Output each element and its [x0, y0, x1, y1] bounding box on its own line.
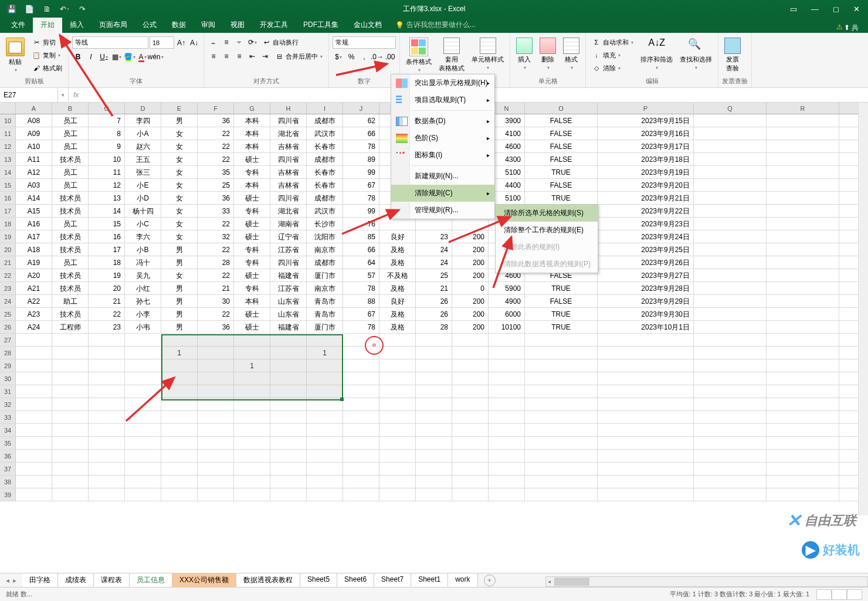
cell[interactable] [694, 140, 767, 152]
cell[interactable]: 35 [198, 166, 234, 178]
cell[interactable] [125, 463, 161, 475]
cell[interactable] [767, 450, 839, 462]
cell[interactable] [307, 437, 343, 449]
cell[interactable] [89, 347, 125, 359]
vertical-scrollbar[interactable] [858, 103, 868, 515]
cell[interactable] [307, 398, 343, 410]
row-header[interactable]: 16 [0, 192, 16, 204]
undo-icon[interactable]: ↶▾ [60, 4, 69, 13]
cell[interactable]: 青岛市 [307, 295, 343, 307]
cell[interactable] [489, 359, 525, 372]
cell[interactable]: FALSE [525, 127, 598, 140]
cell[interactable] [767, 347, 839, 359]
cell[interactable] [379, 488, 416, 501]
cell[interactable] [598, 398, 694, 410]
cell[interactable]: 22 [198, 269, 234, 281]
cell[interactable] [598, 385, 694, 398]
cell[interactable] [125, 411, 161, 423]
cell[interactable] [452, 437, 489, 449]
cell[interactable] [16, 359, 52, 372]
cell[interactable]: 南京市 [307, 282, 343, 294]
cell[interactable] [767, 385, 839, 398]
cell[interactable] [234, 385, 270, 398]
cell[interactable]: 4900 [489, 295, 525, 307]
cell[interactable] [598, 372, 694, 385]
cell[interactable]: 小李 [125, 308, 161, 320]
cell[interactable] [125, 359, 161, 372]
cell[interactable]: 78 [343, 140, 379, 152]
cell[interactable]: 南京市 [307, 243, 343, 256]
cell[interactable]: 2023年9月24日 [598, 230, 694, 243]
cell[interactable]: 女 [161, 192, 198, 204]
row-header[interactable]: 22 [0, 269, 16, 281]
row-header[interactable]: 26 [0, 321, 16, 333]
cell[interactable] [198, 411, 234, 423]
cell[interactable]: 2023年9月16日 [598, 127, 694, 140]
cell[interactable]: 小C [125, 218, 161, 230]
cell[interactable]: 女 [161, 218, 198, 230]
cell[interactable]: 36 [198, 114, 234, 127]
cell[interactable]: 专科 [234, 256, 270, 269]
cell[interactable] [89, 437, 125, 449]
cell[interactable]: 25 [198, 179, 234, 191]
cell[interactable] [525, 411, 598, 423]
tab-文件[interactable]: 文件 [4, 17, 33, 33]
cell[interactable] [452, 347, 489, 359]
cell[interactable] [89, 385, 125, 398]
cell[interactable]: 厦门市 [307, 269, 343, 281]
cell[interactable] [89, 424, 125, 436]
cell[interactable] [125, 398, 161, 410]
cell[interactable] [307, 476, 343, 488]
insert-cells-button[interactable]: 插入▾ [514, 36, 535, 72]
tab-视图[interactable]: 视图 [223, 17, 252, 33]
cell[interactable] [270, 385, 307, 398]
cell[interactable] [234, 347, 270, 359]
cell[interactable] [307, 463, 343, 475]
cell[interactable] [598, 359, 694, 372]
cell[interactable] [16, 398, 52, 410]
delete-cells-button[interactable]: 删除▾ [537, 36, 558, 72]
cell[interactable] [489, 437, 525, 449]
cell[interactable] [694, 205, 767, 217]
cell[interactable] [525, 463, 598, 475]
cell[interactable] [16, 411, 52, 423]
cell[interactable] [598, 437, 694, 449]
cell[interactable] [234, 450, 270, 462]
close-icon[interactable]: ✕ [850, 4, 863, 15]
cell[interactable] [125, 334, 161, 346]
find-select-button[interactable]: 🔍 查找和选择▾ [677, 36, 714, 72]
cell[interactable] [694, 230, 767, 243]
cell[interactable]: 湖北省 [270, 127, 307, 140]
warning-icon[interactable]: ⚠ [836, 23, 843, 33]
cell[interactable]: 男 [161, 256, 198, 269]
cell[interactable] [767, 463, 839, 475]
cell[interactable]: 长沙市 [307, 218, 343, 230]
cell[interactable] [452, 385, 489, 398]
cell[interactable]: 女 [161, 140, 198, 152]
cell[interactable] [89, 463, 125, 475]
cell[interactable] [52, 463, 89, 475]
cell[interactable]: 24 [416, 256, 452, 269]
cell[interactable] [198, 463, 234, 475]
cell[interactable] [343, 424, 379, 436]
cell[interactable] [598, 450, 694, 462]
cell[interactable] [767, 295, 839, 307]
cell[interactable]: 28 [416, 321, 452, 333]
cell[interactable]: 沈阳市 [307, 230, 343, 243]
row-header[interactable]: 13 [0, 153, 16, 165]
cell[interactable]: 张三 [125, 166, 161, 178]
cell[interactable]: TRUE [525, 282, 598, 294]
cell[interactable]: 成都市 [307, 256, 343, 269]
cell[interactable]: 33 [198, 205, 234, 217]
cell[interactable] [307, 411, 343, 423]
cell[interactable]: 200 [452, 243, 489, 256]
cell[interactable] [161, 411, 198, 423]
cell[interactable] [767, 308, 839, 320]
cf-menu-item[interactable]: 项目选取规则(T)▸ [391, 91, 494, 108]
cell[interactable]: 57 [343, 269, 379, 281]
cell[interactable]: 14 [89, 205, 125, 217]
cell[interactable]: 小B [125, 243, 161, 256]
cell[interactable] [270, 372, 307, 385]
cell[interactable]: 22 [89, 308, 125, 320]
cell[interactable]: 2023年9月15日 [598, 114, 694, 127]
